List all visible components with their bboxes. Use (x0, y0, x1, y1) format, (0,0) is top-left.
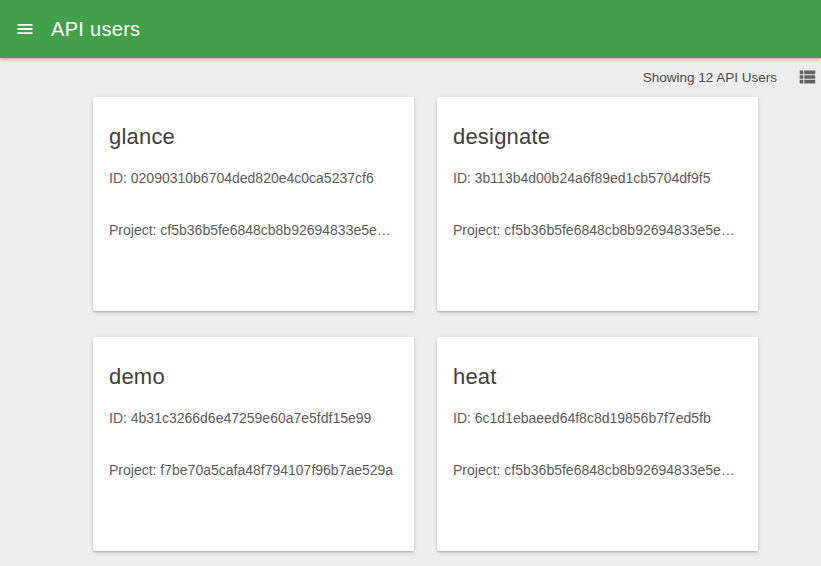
view-list-icon (796, 66, 818, 88)
card-grid: glance ID: 02090310b6704ded820e4c0ca5237… (93, 97, 821, 551)
project-label: Project: (453, 462, 500, 478)
id-value: 6c1d1ebaeed64f8c8d19856b7f7ed5fb (475, 410, 711, 426)
api-user-card[interactable]: designate ID: 3b113b4d00b24a6f89ed1cb570… (437, 97, 758, 311)
project-value: cf5b36b5fe6848cb8b92694833e5e… (504, 462, 734, 478)
project-label: Project: (453, 222, 500, 238)
project-value: f7be70a5cafa48f794107f96b7ae529a (160, 462, 393, 478)
api-user-name: glance (109, 123, 398, 151)
id-label: ID: (109, 410, 127, 426)
api-user-project-line: Project: cf5b36b5fe6848cb8b92694833e5e… (453, 461, 742, 480)
toolbar: Showing 12 API Users (0, 58, 821, 96)
api-user-name: heat (453, 363, 742, 391)
api-user-name: demo (109, 363, 398, 391)
page-title: API users (51, 18, 140, 41)
api-user-id-line: ID: 02090310b6704ded820e4c0ca5237cf6 (109, 169, 398, 188)
api-user-card[interactable]: heat ID: 6c1d1ebaeed64f8c8d19856b7f7ed5f… (437, 337, 758, 551)
id-value: 3b113b4d00b24a6f89ed1cb5704df9f5 (475, 170, 711, 186)
api-user-id-line: ID: 4b31c3266d6e47259e60a7e5fdf15e99 (109, 409, 398, 428)
api-user-card[interactable]: glance ID: 02090310b6704ded820e4c0ca5237… (93, 97, 414, 311)
project-label: Project: (109, 462, 156, 478)
id-value: 4b31c3266d6e47259e60a7e5fdf15e99 (131, 410, 372, 426)
project-label: Project: (109, 222, 156, 238)
api-user-card[interactable]: demo ID: 4b31c3266d6e47259e60a7e5fdf15e9… (93, 337, 414, 551)
hamburger-icon (15, 19, 35, 39)
project-value: cf5b36b5fe6848cb8b92694833e5e… (504, 222, 734, 238)
id-label: ID: (453, 170, 471, 186)
app-header: API users (0, 0, 821, 58)
view-list-toggle-button[interactable] (795, 65, 819, 89)
api-user-id-line: ID: 3b113b4d00b24a6f89ed1cb5704df9f5 (453, 169, 742, 188)
id-label: ID: (453, 410, 471, 426)
showing-count-label: Showing 12 API Users (643, 70, 777, 85)
api-user-project-line: Project: cf5b36b5fe6848cb8b92694833e5e… (109, 221, 398, 240)
menu-button[interactable] (13, 17, 37, 41)
id-value: 02090310b6704ded820e4c0ca5237cf6 (131, 170, 374, 186)
api-user-id-line: ID: 6c1d1ebaeed64f8c8d19856b7f7ed5fb (453, 409, 742, 428)
api-user-project-line: Project: f7be70a5cafa48f794107f96b7ae529… (109, 461, 398, 480)
project-value: cf5b36b5fe6848cb8b92694833e5e… (160, 222, 390, 238)
api-user-name: designate (453, 123, 742, 151)
api-user-project-line: Project: cf5b36b5fe6848cb8b92694833e5e… (453, 221, 742, 240)
id-label: ID: (109, 170, 127, 186)
